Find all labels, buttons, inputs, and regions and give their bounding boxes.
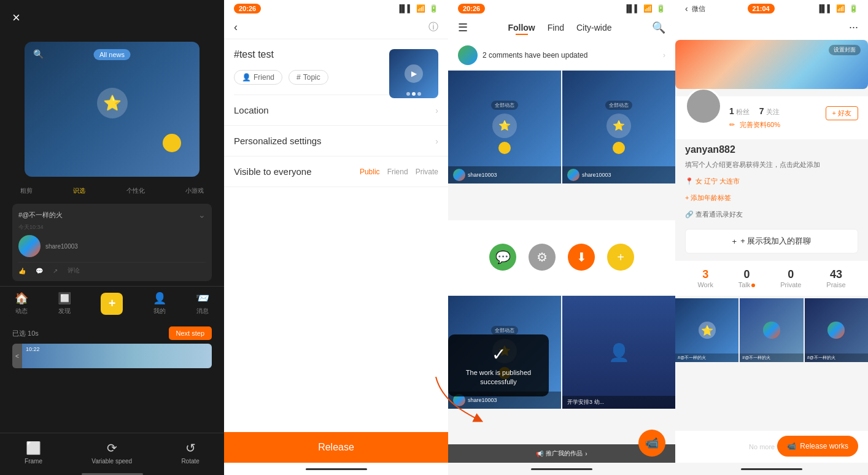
work-thumb-1-content: ⭐: [675, 298, 738, 361]
location-row[interactable]: Location ›: [224, 95, 448, 126]
tab-identify[interactable]: 识选: [73, 187, 85, 195]
public-option[interactable]: Public: [360, 168, 380, 176]
search-icon[interactable]: 🔍: [33, 49, 44, 59]
all-news-badge[interactable]: All news: [93, 49, 131, 60]
timeline-bar[interactable]: < 10:22: [12, 344, 212, 368]
info-button[interactable]: ⓘ: [428, 21, 438, 34]
visibility-options: Public Friend Private: [360, 168, 438, 176]
footer-bar-p3: [448, 463, 675, 475]
release-works-button[interactable]: 📹 Release works: [777, 436, 858, 457]
battery-icon: 🔋: [429, 4, 438, 13]
feed-grid-item-4[interactable]: 👤 开学安排3 幼...: [562, 296, 675, 409]
feed-grid-item-2[interactable]: 全部动态 ⭐ share10003: [562, 71, 675, 183]
play-icon: ▶: [405, 64, 423, 83]
nav-messages-label: 消息: [196, 307, 209, 315]
nav-discover-label: 发现: [58, 307, 71, 315]
editor-footer: ⬜ Frame ⟳ Variable speed ↺ Rotate: [0, 433, 224, 469]
wechat-share-button[interactable]: 💬: [489, 244, 516, 271]
personalized-settings-row[interactable]: Personalized settings ›: [224, 126, 448, 156]
location-chevron: ›: [435, 106, 438, 115]
grid-star-2: ⭐: [606, 114, 631, 138]
nav-mine-label: 我的: [153, 307, 166, 315]
nav-discover[interactable]: 🔲 发现: [58, 292, 71, 315]
comment-action[interactable]: 💬: [36, 266, 43, 275]
grid-top-label-1: 全部动态: [491, 101, 518, 110]
feed-panel: 20:26 ▐▌▌ 📶 🔋 ☰ Follow Find City-wide 🔍 …: [448, 0, 675, 475]
tab-games[interactable]: 小游戏: [185, 187, 204, 195]
profile-complete[interactable]: ✏ 完善资料60%: [729, 120, 818, 129]
settings-action-button[interactable]: ⚙: [529, 244, 556, 271]
profile-cover: 设置封面: [675, 40, 868, 89]
tab-citywide[interactable]: City-wide: [576, 23, 612, 33]
rotate-button[interactable]: ↺ Rotate: [181, 441, 199, 465]
mine-icon: 👤: [153, 292, 166, 305]
preview-inner: 🔍 All news ⭐: [25, 42, 200, 177]
home-indicator-p2: [306, 468, 367, 470]
work-count-private[interactable]: 0 Private: [780, 268, 801, 288]
add-friend-button[interactable]: + 好友: [826, 106, 858, 120]
home-icon: 🏠: [15, 292, 28, 305]
contacts-link[interactable]: 🔗 查看通讯录好友: [685, 210, 743, 219]
download-action-button[interactable]: ⬇: [568, 244, 595, 271]
work-count-talk[interactable]: 0 Talk: [738, 268, 756, 288]
star-icon: ⭐: [97, 88, 128, 118]
expand-icon[interactable]: ⌄: [198, 210, 206, 220]
success-overlay: ✓ The work is published successfully: [448, 334, 549, 397]
followers-num: 1: [729, 106, 734, 116]
menu-icon[interactable]: ☰: [458, 21, 468, 34]
group-btn-label: + 展示我加入的群聊: [740, 236, 811, 247]
feed-card: #@不一样的火 ⌄ 今天10:34 share10003 👍 💬 ↗ 评论: [12, 204, 212, 281]
work-thumb-1[interactable]: ⭐ #@不一样的火: [675, 298, 738, 361]
feed-grid-item-1[interactable]: 全部动态 ⭐ share10003: [448, 71, 561, 183]
feed-grid-item-3[interactable]: 全部动态 ⭐ ✓ The work is published successfu…: [448, 296, 561, 409]
back-icon-p4[interactable]: ‹: [685, 4, 688, 14]
tab-find[interactable]: Find: [548, 23, 564, 33]
comment-text: 评论: [68, 266, 80, 275]
frame-button[interactable]: ⬜ Frame: [25, 441, 42, 465]
plus-action-button[interactable]: +: [607, 244, 634, 271]
work-count-work[interactable]: 3 Work: [697, 268, 713, 288]
age-tag[interactable]: + 添加年龄标签: [685, 193, 731, 203]
nav-messages[interactable]: 📨 消息: [196, 292, 209, 315]
friend-option[interactable]: Friend: [387, 168, 408, 176]
personalized-chevron: ›: [435, 136, 438, 146]
friend-tag[interactable]: 👤 Friend: [234, 70, 282, 85]
back-button-p2[interactable]: ‹: [234, 21, 238, 34]
set-cover-button[interactable]: 设置封面: [829, 45, 861, 55]
talk-label: Talk: [738, 281, 756, 288]
more-icon[interactable]: ···: [849, 21, 858, 34]
add-content-button[interactable]: +: [101, 293, 123, 315]
tab-personalize[interactable]: 个性化: [126, 187, 145, 195]
like-action[interactable]: 👍: [18, 266, 26, 275]
status-bar-p4: ‹ 微信 21:04 ▐▌▌ 📶 🔋: [675, 0, 868, 16]
close-button[interactable]: ×: [12, 10, 20, 26]
timeline-handle[interactable]: <: [12, 344, 22, 368]
post-form-panel: 20:26 ▐▌▌ 📶 🔋 ‹ ⓘ #test test ▶ 👤 Friend …: [224, 0, 448, 475]
work-thumb-3[interactable]: #@不一样的火: [805, 298, 868, 361]
person-silhouette: 👤: [608, 342, 630, 363]
variable-speed-button[interactable]: ⟳ Variable speed: [91, 441, 132, 465]
link-icon: 🔗: [685, 210, 694, 218]
search-icon-p3[interactable]: 🔍: [652, 21, 665, 34]
tab-rough[interactable]: 粗剪: [20, 187, 33, 195]
nav-home[interactable]: 🏠 动态: [15, 292, 28, 315]
nav-home-label: 动态: [15, 307, 28, 315]
location-tag[interactable]: 📍 女 辽宁 大连市: [685, 177, 740, 186]
status-bar-p3: 20:26 ▐▌▌ 📶 🔋: [448, 0, 675, 16]
join-group-button[interactable]: + + 展示我加入的群聊: [685, 229, 858, 253]
private-option[interactable]: Private: [416, 168, 438, 176]
topic-tag[interactable]: # Topic: [289, 70, 328, 85]
share-action[interactable]: ↗: [53, 266, 58, 275]
work-count-praise[interactable]: 43 Praise: [826, 268, 845, 288]
friend-tag-label: Friend: [254, 73, 274, 82]
camera-float-button[interactable]: 📹: [638, 430, 665, 457]
bio-text: 填写个人介绍更容易获得关注，点击此处添加: [675, 158, 868, 174]
selected-duration: 已选 10s: [12, 329, 39, 338]
next-step-button[interactable]: Next step: [169, 326, 212, 340]
work-thumb-2[interactable]: #@不一样的火: [740, 298, 803, 361]
release-button[interactable]: Release: [224, 432, 448, 463]
tab-follow[interactable]: Follow: [508, 23, 535, 33]
notification-bar[interactable]: 2 comments have been updated ›: [448, 41, 675, 71]
work-avatar-1: ⭐: [699, 322, 716, 339]
nav-mine[interactable]: 👤 我的: [153, 292, 166, 315]
